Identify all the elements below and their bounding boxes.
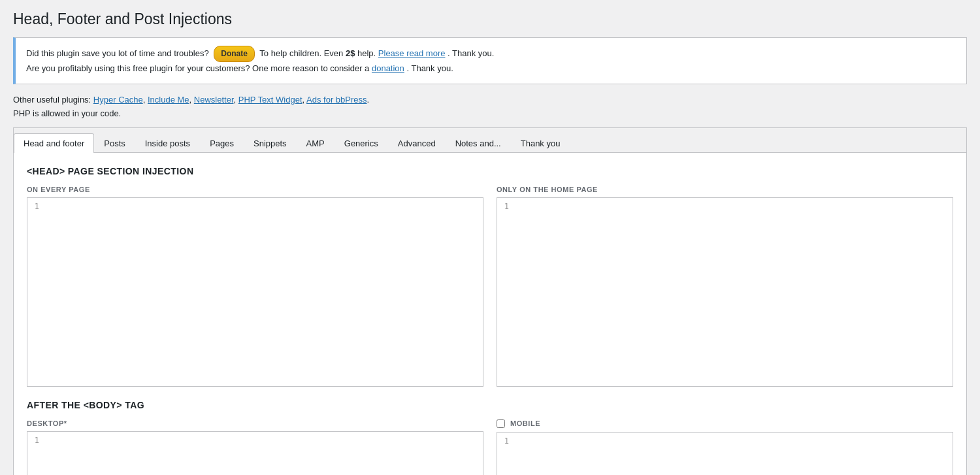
page-title: Head, Footer and Post Injections [13, 10, 967, 28]
tab-generics[interactable]: Generics [335, 133, 388, 153]
tab-pages[interactable]: Pages [200, 133, 244, 153]
notice-box: Did this plugin save you lot of time and… [13, 37, 967, 84]
after-body-section: AFTER THE <BODY> TAG DESKTOP* 1 MOBILE [27, 400, 953, 475]
notice-bold: 2$ [346, 48, 355, 58]
desktop-line-numbers: 1 [27, 432, 43, 475]
plugin-link-ads-bbpress[interactable]: Ads for bbPress [306, 95, 367, 105]
useful-plugins-label: Other useful plugins: [13, 95, 91, 105]
every-page-col: ON EVERY PAGE 1 [27, 186, 483, 387]
tab-notes[interactable]: Notes and... [446, 133, 511, 153]
tab-snippets[interactable]: Snippets [244, 133, 297, 153]
tabs-nav: Head and footer Posts Inside posts Pages… [14, 128, 966, 153]
read-more-link[interactable]: Please read more [378, 48, 446, 58]
php-notice: PHP is allowed in your code. [13, 108, 967, 118]
plugin-link-hyper-cache[interactable]: Hyper Cache [93, 95, 143, 105]
desktop-col: DESKTOP* 1 [27, 419, 483, 475]
mobile-line-numbers: 1 [497, 433, 513, 475]
tab-amp[interactable]: AMP [297, 133, 335, 153]
mobile-textarea[interactable] [513, 433, 953, 475]
mobile-header: MOBILE [497, 419, 953, 428]
tab-advanced[interactable]: Advanced [388, 133, 446, 153]
donation-link[interactable]: donation [372, 63, 404, 73]
notice-text2: To help children. Even [259, 48, 343, 58]
every-page-label: ON EVERY PAGE [27, 186, 483, 193]
home-page-textarea[interactable] [513, 198, 953, 386]
every-page-textarea-container: 1 [27, 197, 483, 387]
notice-text1: Did this plugin save you lot of time and… [26, 48, 209, 58]
desktop-textarea-container: 1 [27, 431, 483, 475]
tab-head-footer[interactable]: Head and footer [14, 133, 94, 153]
tab-content-head-footer: <HEAD> PAGE SECTION INJECTION ON EVERY P… [14, 153, 966, 475]
useful-plugins-bar: Other useful plugins: Hyper Cache, Inclu… [13, 95, 967, 105]
plugin-link-newsletter[interactable]: Newsletter [194, 95, 234, 105]
every-page-line-numbers: 1 [27, 198, 43, 386]
desktop-textarea[interactable] [43, 432, 483, 475]
tab-posts[interactable]: Posts [94, 133, 135, 153]
every-page-textarea[interactable] [43, 198, 483, 386]
notice-line2: Are you profitably using this free plugi… [26, 62, 956, 76]
mobile-label: MOBILE [510, 419, 540, 427]
mobile-checkbox[interactable] [497, 419, 505, 428]
tab-inside-posts[interactable]: Inside posts [135, 133, 200, 153]
plugin-link-include-me[interactable]: Include Me [148, 95, 189, 105]
notice-text6: . Thank you. [406, 63, 453, 73]
donate-button[interactable]: Donate [214, 46, 255, 62]
mobile-col: MOBILE 1 [497, 419, 953, 475]
head-section-title: <HEAD> PAGE SECTION INJECTION [27, 166, 953, 176]
home-page-line-numbers: 1 [497, 198, 513, 386]
mobile-textarea-container: 1 [497, 432, 953, 475]
after-body-title: AFTER THE <BODY> TAG [27, 400, 953, 410]
notice-text4: . Thank you. [448, 48, 494, 58]
home-page-label: ONLY ON THE HOME PAGE [497, 186, 953, 193]
notice-text5: Are you profitably using this free plugi… [26, 63, 369, 73]
home-page-textarea-container: 1 [497, 197, 953, 387]
tabs-container: Head and footer Posts Inside posts Pages… [13, 127, 967, 475]
desktop-label: DESKTOP* [27, 419, 483, 427]
plugin-link-php-text-widget[interactable]: PHP Text Widget [238, 95, 302, 105]
notice-text3: help. [357, 48, 376, 58]
tab-thank-you[interactable]: Thank you [511, 133, 570, 153]
page-wrapper: Head, Footer and Post Injections Did thi… [0, 0, 980, 475]
home-page-col: ONLY ON THE HOME PAGE 1 [497, 186, 953, 387]
notice-line1: Did this plugin save you lot of time and… [26, 46, 956, 62]
head-two-col: ON EVERY PAGE 1 ONLY ON THE HOME PAGE 1 [27, 186, 953, 387]
body-two-col: DESKTOP* 1 MOBILE 1 [27, 419, 953, 475]
